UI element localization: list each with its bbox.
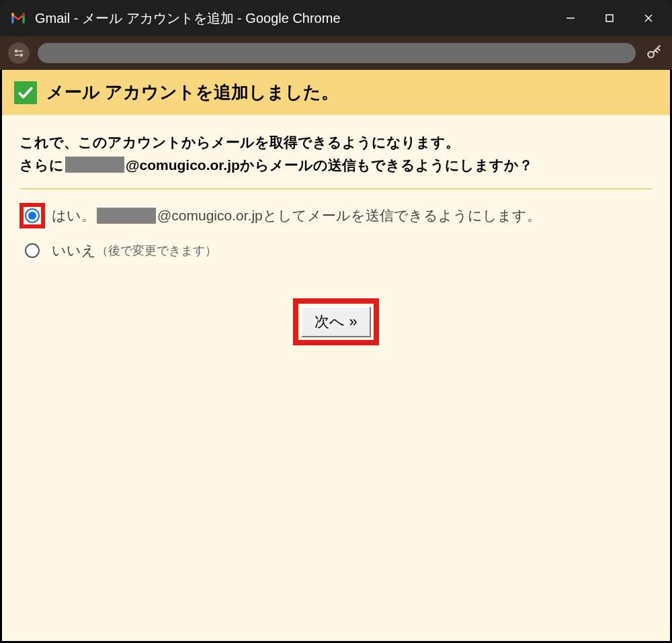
svg-point-4 — [15, 50, 17, 52]
close-button[interactable] — [629, 5, 668, 32]
redacted-username-2 — [97, 208, 156, 224]
check-icon — [14, 81, 37, 104]
option-no[interactable]: いいえ （後で変更できます） — [19, 238, 653, 263]
address-bar — [0, 36, 672, 70]
success-banner: メール アカウントを追加しました。 — [2, 70, 670, 115]
gmail-icon — [9, 9, 27, 27]
password-key-icon[interactable] — [644, 43, 664, 63]
site-settings-icon[interactable] — [8, 42, 30, 64]
body-section: これで、このアカウントからメールを取得できるようになります。 さらに @comu… — [2, 115, 670, 361]
radio-options: はい。 @comugico.or.jp としてメールを送信できるようにします。 … — [19, 203, 653, 263]
option-no-label: いいえ （後で変更できます） — [52, 241, 217, 260]
minimize-button[interactable] — [551, 5, 590, 32]
option-yes-label: はい。 @comugico.or.jp としてメールを送信できるようにします。 — [52, 206, 541, 225]
radio-no[interactable] — [25, 243, 40, 258]
svg-rect-1 — [606, 15, 613, 22]
maximize-button[interactable] — [590, 5, 629, 32]
intro-text: これで、このアカウントからメールを取得できるようになります。 さらに @comu… — [19, 131, 653, 176]
highlight-next-button: 次へ » — [293, 298, 378, 345]
page-content: メール アカウントを追加しました。 これで、このアカウントからメールを取得できる… — [0, 70, 672, 643]
intro-line-1: これで、このアカウントからメールを取得できるようになります。 — [19, 131, 653, 154]
redacted-username — [65, 157, 124, 173]
option-yes[interactable]: はい。 @comugico.or.jp としてメールを送信できるようにします。 — [19, 203, 653, 228]
radio-yes[interactable] — [25, 208, 40, 223]
next-button[interactable]: 次へ » — [301, 306, 370, 337]
divider — [19, 188, 653, 189]
url-field[interactable] — [38, 43, 636, 63]
intro-line-2: さらに @comugico.or.jp からメールの送信もできるようにしますか？ — [19, 154, 653, 177]
window-controls — [551, 5, 668, 32]
highlight-radio-yes — [19, 203, 45, 228]
submit-area: 次へ » — [19, 298, 653, 345]
svg-point-6 — [20, 54, 22, 56]
window-titlebar: Gmail - メール アカウントを追加 - Google Chrome — [0, 0, 672, 36]
banner-title: メール アカウントを追加しました。 — [46, 81, 339, 104]
window-title: Gmail - メール アカウントを追加 - Google Chrome — [35, 9, 551, 28]
